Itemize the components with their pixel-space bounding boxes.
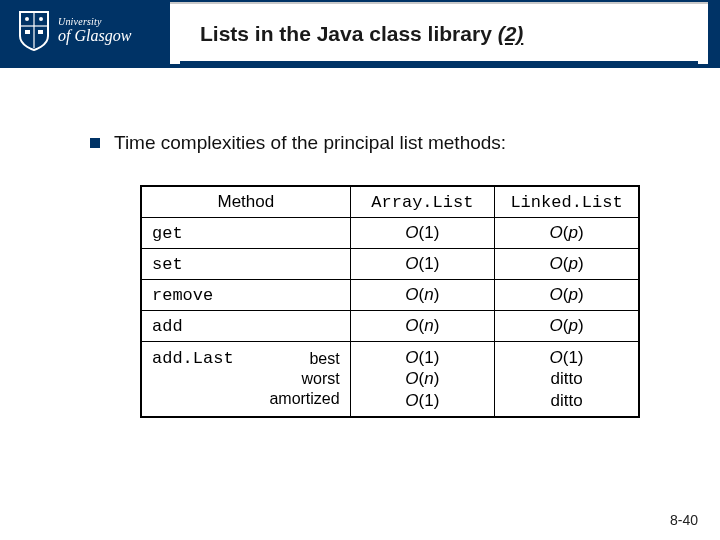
ditto-2: ditto: [550, 391, 582, 410]
cell-arraylist: O(n): [350, 311, 494, 342]
cell-linkedlist: O(p): [495, 218, 639, 249]
bullet-item: Time complexities of the principal list …: [90, 130, 670, 156]
logo-text: University of Glasgow: [58, 17, 131, 44]
cell-linkedlist-multi: O(1) ditto ditto: [495, 342, 639, 417]
crest-icon: [18, 10, 50, 52]
col-linkedlist: Linked.List: [495, 186, 639, 218]
complexity-table: Method Array.List Linked.List get O(1) O…: [140, 185, 640, 418]
cell-arraylist: O(1): [350, 218, 494, 249]
table-row: remove O(n) O(p): [141, 280, 639, 311]
cell-method: get: [141, 218, 350, 249]
bullet-text: Time complexities of the principal list …: [114, 130, 506, 156]
table-row: add.Last best worst amortized O(1) O(n) …: [141, 342, 639, 417]
case-best: best: [309, 350, 339, 367]
svg-rect-5: [38, 30, 43, 34]
table-row: set O(1) O(p): [141, 249, 639, 280]
content-area: Time complexities of the principal list …: [90, 130, 670, 156]
cell-arraylist-multi: O(1) O(n) O(1): [350, 342, 494, 417]
case-worst: worst: [301, 370, 339, 387]
cell-arraylist: O(1): [350, 249, 494, 280]
addlast-label: add.Last: [152, 349, 234, 368]
case-amortized: amortized: [269, 390, 339, 407]
header-bar: University of Glasgow Lists in the Java …: [0, 0, 720, 68]
university-logo: University of Glasgow: [18, 10, 131, 52]
page-number: 8-40: [670, 512, 698, 528]
svg-point-2: [25, 17, 29, 21]
cell-method: set: [141, 249, 350, 280]
cell-linkedlist: O(p): [495, 280, 639, 311]
table-header-row: Method Array.List Linked.List: [141, 186, 639, 218]
col-method: Method: [141, 186, 350, 218]
cell-method: add: [141, 311, 350, 342]
col-arraylist: Array.List: [350, 186, 494, 218]
logo-line2: of Glasgow: [58, 28, 131, 45]
table-row: add O(n) O(p): [141, 311, 639, 342]
title-main: Lists in the Java class library: [200, 22, 498, 45]
svg-rect-4: [25, 30, 30, 34]
title-suffix: (2): [498, 22, 524, 45]
cell-linkedlist: O(p): [495, 249, 639, 280]
title-strip: Lists in the Java class library (2): [170, 2, 708, 64]
svg-point-3: [39, 17, 43, 21]
case-labels: best worst amortized: [269, 349, 339, 409]
cell-method-addlast: add.Last best worst amortized: [141, 342, 350, 417]
cell-arraylist: O(n): [350, 280, 494, 311]
table-row: get O(1) O(p): [141, 218, 639, 249]
cell-linkedlist: O(p): [495, 311, 639, 342]
slide: University of Glasgow Lists in the Java …: [0, 0, 720, 540]
square-bullet-icon: [90, 138, 100, 148]
ditto-1: ditto: [550, 369, 582, 388]
page-title: Lists in the Java class library (2): [170, 4, 708, 46]
cell-method: remove: [141, 280, 350, 311]
